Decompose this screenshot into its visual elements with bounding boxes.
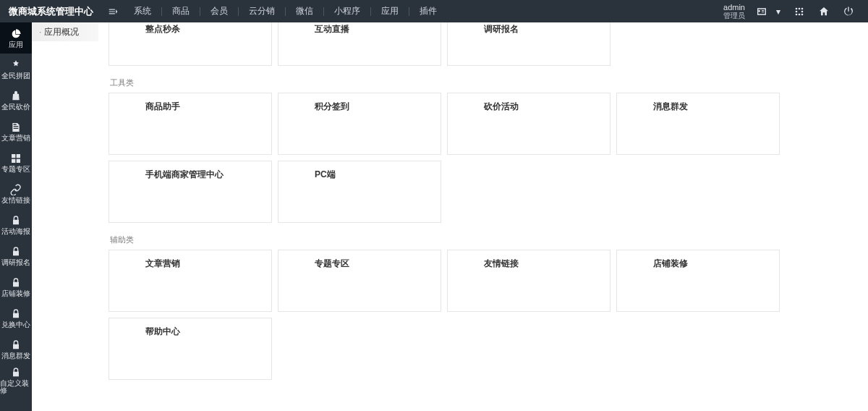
section-title-aux: 辅助类 — [109, 223, 858, 250]
main-sidebar: 应用 全民拼团 全民砍价 文章营销 专题专区 友情链接 活动海报 调研报名 店铺… — [0, 22, 32, 411]
app-card[interactable]: 砍价活动 — [447, 93, 610, 155]
sidebar-item-friendlink[interactable]: 友情链接 — [0, 178, 32, 209]
grid-icon — [10, 153, 22, 164]
bag-icon — [10, 90, 22, 102]
app-card[interactable]: 帮助中心 — [109, 318, 272, 380]
nav-cloud[interactable]: 云分销 — [239, 0, 285, 22]
app-card[interactable]: 文章营销 — [109, 250, 272, 312]
section-title-tools: 工具类 — [109, 66, 858, 93]
app-card[interactable]: 积分签到 — [278, 93, 441, 155]
top-nav: 系统 商品 会员 云分销 微信 小程序 应用 插件 — [124, 0, 447, 22]
app-card[interactable]: 商品助手 — [109, 93, 272, 155]
sub-sidebar: 应用概况 — [32, 22, 98, 41]
svg-point-4 — [801, 10, 804, 12]
collapse-sidebar-icon[interactable] — [102, 0, 124, 22]
lock-icon — [10, 367, 22, 378]
svg-point-3 — [796, 10, 798, 12]
user-role: 管理员 — [723, 12, 745, 20]
svg-point-7 — [801, 13, 804, 15]
svg-point-1 — [799, 7, 801, 9]
lock-icon — [10, 277, 22, 289]
nav-plugin[interactable]: 插件 — [409, 0, 447, 22]
sidebar-item-article[interactable]: 文章营销 — [0, 116, 32, 147]
pie-icon — [10, 28, 22, 40]
user-name: admin — [723, 3, 745, 12]
sub-sidebar-overview[interactable]: 应用概况 — [32, 22, 98, 41]
app-card[interactable]: PC端 — [278, 161, 441, 223]
app-card[interactable]: 调研报名 — [447, 22, 610, 66]
nav-product[interactable]: 商品 — [162, 0, 200, 22]
app-card[interactable]: 店铺装修 — [616, 250, 780, 312]
nav-system[interactable]: 系统 — [124, 0, 161, 22]
home-icon[interactable] — [812, 0, 836, 22]
svg-point-2 — [801, 7, 804, 9]
card-grid-tools: 商品助手 积分签到 砍价活动 消息群发 手机端商家管理中心 PC端 — [109, 93, 858, 223]
chevron-down-icon[interactable]: ▾ — [774, 7, 783, 17]
doc-icon — [10, 122, 22, 133]
nav-apps[interactable]: 应用 — [371, 0, 409, 22]
id-card-icon[interactable] — [749, 0, 774, 22]
sidebar-item-topic[interactable]: 专题专区 — [0, 147, 32, 178]
nav-miniapp[interactable]: 小程序 — [324, 0, 370, 22]
link-icon — [10, 184, 22, 195]
user-info[interactable]: admin 管理员 — [723, 3, 749, 20]
topbar: 微商城系统管理中心 系统 商品 会员 云分销 微信 小程序 应用 插件 admi… — [0, 0, 868, 22]
app-card[interactable]: 友情链接 — [447, 250, 610, 312]
app-card[interactable]: 专题专区 — [278, 250, 441, 312]
main-content: 整点秒杀 互动直播 调研报名 工具类 商品助手 积分签到 砍价活动 消息群发 手… — [104, 22, 862, 394]
lock-icon — [10, 246, 22, 258]
app-title: 微商城系统管理中心 — [0, 5, 102, 18]
sidebar-item-decorate[interactable]: 店铺装修 — [0, 271, 32, 302]
lock-icon — [10, 339, 22, 351]
sidebar-item-poster[interactable]: 活动海报 — [0, 209, 32, 240]
card-grid-top: 整点秒杀 互动直播 调研报名 — [109, 22, 858, 66]
app-card[interactable]: 手机端商家管理中心 — [109, 161, 272, 223]
lock-icon — [10, 215, 22, 226]
apps-grid-icon[interactable] — [787, 0, 812, 22]
app-card[interactable]: 互动直播 — [278, 22, 441, 66]
power-icon[interactable] — [836, 0, 861, 22]
sidebar-item-bargain[interactable]: 全民砍价 — [0, 85, 32, 116]
card-grid-aux: 文章营销 专题专区 友情链接 店铺装修 帮助中心 — [109, 250, 858, 380]
topbar-right: admin 管理员 ▾ — [723, 0, 868, 22]
svg-point-0 — [796, 7, 798, 9]
nav-member[interactable]: 会员 — [200, 0, 238, 22]
sidebar-item-groupbuy[interactable]: 全民拼团 — [0, 54, 32, 85]
hand-icon — [10, 59, 22, 71]
sidebar-item-custom[interactable]: 自定义装修 — [0, 365, 32, 396]
content-scroll[interactable]: 整点秒杀 互动直播 调研报名 工具类 商品助手 积分签到 砍价活动 消息群发 手… — [32, 22, 862, 411]
sidebar-item-exchange[interactable]: 兑换中心 — [0, 302, 32, 334]
svg-point-5 — [796, 13, 798, 15]
app-card[interactable]: 整点秒杀 — [109, 22, 272, 66]
app-card[interactable]: 消息群发 — [616, 93, 780, 155]
lock-icon — [10, 308, 22, 320]
sidebar-item-broadcast[interactable]: 消息群发 — [0, 334, 32, 365]
sidebar-item-apps[interactable]: 应用 — [0, 22, 32, 54]
nav-wechat[interactable]: 微信 — [286, 0, 323, 22]
sidebar-item-survey[interactable]: 调研报名 — [0, 240, 32, 271]
svg-point-6 — [799, 13, 801, 15]
